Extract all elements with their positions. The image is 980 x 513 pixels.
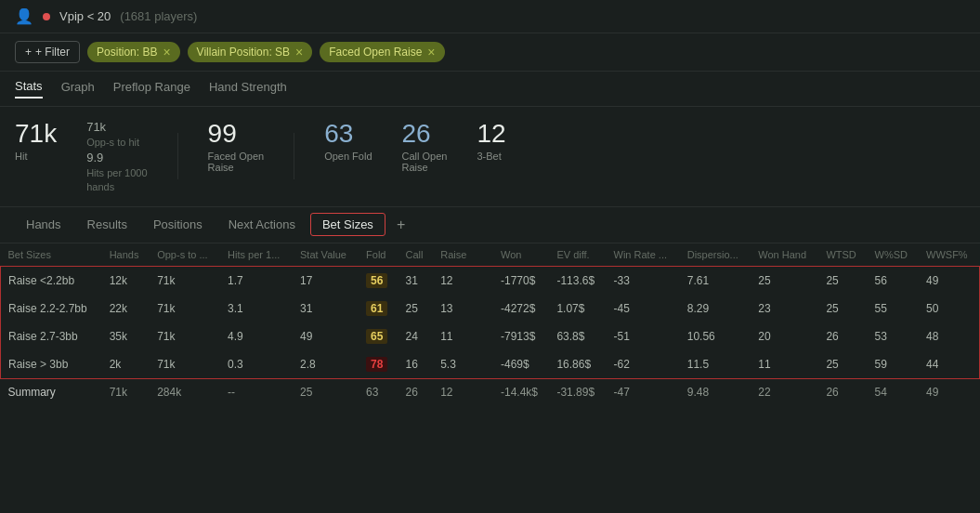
filter-tag-villain-sb[interactable]: Villain Position: SB ×: [188, 42, 313, 62]
call-value: 25: [399, 295, 434, 322]
wsd-value: 59: [868, 350, 919, 379]
user-icon: 👤: [15, 7, 33, 25]
summary-call: 26: [399, 378, 434, 405]
tab-bet-sizes[interactable]: Bet Sizes: [310, 213, 385, 236]
table-row: Raise <2.2bb 12k 71k 1.7 17 56 31 12 -17…: [1, 266, 980, 295]
ev-diff-value: 63.8$: [549, 322, 606, 350]
hands-value: 2k: [102, 350, 150, 379]
fold-value: 56: [359, 266, 398, 295]
hit-label: Hit: [15, 151, 57, 162]
fold-highlight: 65: [366, 329, 387, 344]
summary-hands: 71k: [102, 378, 150, 405]
bet-sizes-table: Bet Sizes Hands Opp-s to ... Hits per 1.…: [0, 243, 980, 405]
table-row: Raise 2.2-2.7bb 22k 71k 3.1 31 61 25 13 …: [1, 295, 980, 322]
stat-three-bet: 12 3-Bet: [477, 120, 505, 162]
col-bet-sizes: Bet Sizes: [1, 243, 102, 267]
close-icon[interactable]: ×: [163, 46, 170, 59]
tab-graph[interactable]: Graph: [61, 80, 95, 98]
plus-icon: +: [25, 46, 32, 59]
call-value: 24: [399, 322, 434, 350]
table-row: Raise 2.7-3bb 35k 71k 4.9 49 65 24 11 -7…: [1, 322, 980, 350]
col-hits-per: Hits per 1...: [220, 243, 293, 267]
main-tab-bar: Stats Graph Preflop Range Hand Strength: [0, 72, 980, 107]
win-rate-value: -62: [607, 350, 680, 379]
tab-hands[interactable]: Hands: [15, 214, 72, 235]
won-value: -4272$: [493, 295, 549, 322]
opps-value: 71k: [150, 295, 220, 322]
col-opps: Opp-s to ...: [150, 243, 220, 267]
won-value: -7913$: [493, 322, 549, 350]
add-tab-button[interactable]: +: [389, 213, 412, 237]
three-bet-label: 3-Bet: [477, 151, 505, 162]
hands-value: 22k: [102, 295, 150, 322]
tab-preflop-range[interactable]: Preflop Range: [113, 80, 190, 98]
summary-wwsf: 49: [919, 378, 979, 405]
empty-col: [477, 378, 493, 405]
raise-value: 5.3: [433, 350, 477, 379]
raise-value: 12: [433, 266, 477, 295]
wsd-value: 53: [868, 322, 919, 350]
bet-size-label: Raise > 3bb: [1, 350, 102, 379]
dispersion-value: 7.61: [680, 266, 751, 295]
stat-call-open: 26 Call OpenRaise: [402, 120, 448, 173]
bet-size-label: Raise <2.2bb: [1, 266, 102, 295]
fold-value: 65: [359, 322, 398, 350]
tab-results[interactable]: Results: [76, 214, 138, 235]
wwsf-value: 44: [919, 350, 979, 379]
filter-button[interactable]: + + Filter: [15, 41, 80, 63]
hits-per-value: 0.3: [220, 350, 293, 379]
top-bar: 👤 Vpip < 20 (1681 players): [0, 0, 980, 33]
table-header-row: Bet Sizes Hands Opp-s to ... Hits per 1.…: [1, 243, 980, 267]
filter-tag-faced-open-raise[interactable]: Faced Open Raise ×: [320, 42, 444, 62]
summary-ev: -31.89$: [549, 378, 606, 405]
hands-value: 12k: [102, 266, 150, 295]
raise-value: 13: [433, 295, 477, 322]
opps-value: 71k: [150, 322, 220, 350]
summary-row: Summary 71k 284k -- 25 63 26 12 -14.4k$ …: [1, 378, 980, 405]
divider2: [294, 133, 294, 179]
tab-stats[interactable]: Stats: [15, 79, 43, 99]
faced-open-value: 99: [208, 120, 265, 149]
col-wsd: W%SD: [868, 243, 919, 267]
summary-wsd: 54: [868, 378, 919, 405]
tab-next-actions[interactable]: Next Actions: [217, 214, 307, 235]
won-hand-value: 25: [751, 266, 818, 295]
won-hand-value: 11: [751, 350, 818, 379]
opp-value: 71k: [86, 120, 147, 134]
col-win-rate: Win Rate ...: [607, 243, 680, 267]
col-empty: [477, 243, 493, 267]
open-fold-label: Open Fold: [324, 151, 372, 162]
tab-positions[interactable]: Positions: [142, 214, 214, 235]
hit-value: 71k: [15, 120, 57, 149]
hands-value: 35k: [102, 322, 150, 350]
tag-label: Position: BB: [97, 46, 157, 59]
wtsd-value: 25: [818, 266, 867, 295]
dispersion-value: 10.56: [680, 322, 751, 350]
close-icon[interactable]: ×: [427, 46, 435, 59]
filter-label: + Filter: [35, 46, 70, 59]
fold-highlight: 61: [366, 301, 387, 316]
won-hand-value: 23: [751, 295, 818, 322]
dispersion-value: 8.29: [680, 295, 751, 322]
tab-hand-strength[interactable]: Hand Strength: [209, 80, 287, 98]
filter-tag-position-bb[interactable]: Position: BB ×: [87, 42, 180, 62]
summary-won: -14.4k$: [493, 378, 549, 405]
col-stat-value: Stat Value: [293, 243, 359, 267]
col-dispersion: Dispersio...: [680, 243, 751, 267]
wsd-value: 56: [868, 266, 919, 295]
col-hands: Hands: [102, 243, 150, 267]
tag-label: Villain Position: SB: [197, 46, 291, 59]
hits-value: 9.9: [86, 151, 147, 164]
hits-per-value: 1.7: [220, 266, 293, 295]
user-dot: [43, 13, 50, 20]
stat-value: 2.8: [293, 350, 359, 379]
fold-highlight-red: 78: [366, 357, 387, 372]
fold-value: 61: [359, 295, 398, 322]
ev-diff-value: 1.07$: [549, 295, 606, 322]
summary-winrate: -47: [607, 378, 680, 405]
stat-opp: 71k Opp-s to hit 9.9 Hits per 1000hands: [86, 120, 147, 193]
col-won: Won: [493, 243, 549, 267]
summary-fold: 63: [359, 378, 398, 405]
col-fold: Fold: [359, 243, 398, 267]
close-icon[interactable]: ×: [295, 46, 303, 59]
